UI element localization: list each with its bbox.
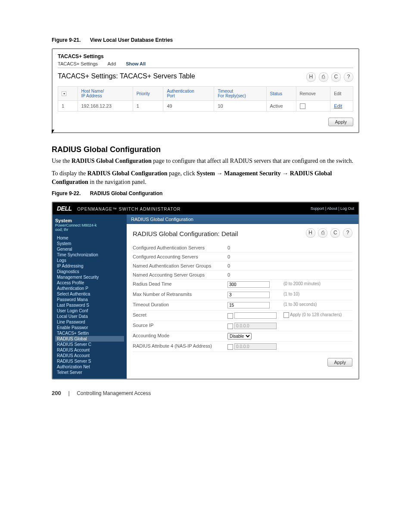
field-label: Radius Dead Time xyxy=(133,281,227,288)
sidebar-item[interactable]: Logs xyxy=(55,258,124,263)
select-input[interactable]: Disable xyxy=(227,333,252,339)
field-value: 0 xyxy=(227,245,283,250)
figure-caption-2: Figure 9-22. RADIUS Global Configuration xyxy=(52,190,359,196)
chapter-title: Controlling Management Access xyxy=(77,390,151,396)
help-icon[interactable]: ? xyxy=(344,72,353,82)
toolbar-icons: H ⎙ C ? xyxy=(305,72,353,82)
checkbox[interactable] xyxy=(227,324,233,329)
footer-sep: | xyxy=(68,390,69,396)
breadcrumb: TACACS+ Settings xyxy=(58,53,353,59)
top-links[interactable]: Support | About | Log Out xyxy=(311,206,354,211)
save-icon[interactable]: H xyxy=(306,72,316,82)
save-icon[interactable]: H xyxy=(306,228,315,238)
sidebar-item[interactable]: RADIUS Global xyxy=(55,336,124,342)
bold-text: System xyxy=(196,170,215,177)
help-icon[interactable]: ? xyxy=(343,228,352,238)
brand-logo: DELL xyxy=(57,205,72,212)
sidebar-item[interactable]: RADIUS Server S xyxy=(55,358,124,364)
text: page to configure that affect all RADIUS… xyxy=(153,158,353,164)
section-heading: RADIUS Global Configuration xyxy=(52,145,359,154)
field-value: Disable xyxy=(227,333,283,339)
remove-checkbox[interactable] xyxy=(300,103,305,109)
field-value xyxy=(227,343,283,350)
brand-subtitle: OPENMANAGE™ SWITCH ADMINISTRATOR xyxy=(77,207,181,212)
sidebar-item[interactable]: Diagnostics xyxy=(55,269,124,274)
text-input[interactable] xyxy=(227,292,270,298)
refresh-icon[interactable]: C xyxy=(330,228,340,238)
arrow: → xyxy=(282,170,290,177)
checkbox[interactable] xyxy=(227,344,233,350)
arrow: → xyxy=(216,170,224,177)
bold-text: RADIUS Global Configuration xyxy=(72,158,152,164)
text-input[interactable] xyxy=(234,323,277,329)
field-hint xyxy=(283,263,352,268)
print-icon[interactable]: ⎙ xyxy=(318,228,327,238)
content-area: RADIUS Global Configuration H ⎙ C ? RADI… xyxy=(127,215,358,379)
sidebar-item[interactable]: Home xyxy=(55,235,124,241)
apply-checkbox[interactable] xyxy=(283,312,289,318)
field-hint xyxy=(283,343,352,350)
sidebar-item[interactable]: Management Security xyxy=(55,274,124,280)
col-status[interactable]: Status xyxy=(270,91,282,96)
sidebar-item[interactable]: Local User Data xyxy=(55,314,124,319)
text-input[interactable] xyxy=(227,281,270,288)
sidebar-item[interactable]: Authorization Net xyxy=(55,364,124,370)
figure-caption-1: Figure 9-21. View Local User Database En… xyxy=(52,37,359,43)
cell-status: Active xyxy=(266,101,296,112)
field-hint xyxy=(283,333,352,339)
field-hint xyxy=(283,254,352,259)
sidebar-item[interactable]: RADIUS Account xyxy=(55,347,124,353)
sidebar-item[interactable]: Line Password xyxy=(55,319,124,325)
field-value: 0 xyxy=(227,272,283,277)
checkbox[interactable] xyxy=(227,313,233,319)
form-row: Source IP xyxy=(133,321,352,331)
sidebar-item[interactable]: Enable Passwor xyxy=(55,325,124,330)
tacacs-screenshot: TACACS+ Settings TACACS+ Settings Add Sh… xyxy=(52,48,359,133)
text-input[interactable] xyxy=(234,312,277,319)
cell-remove[interactable] xyxy=(296,101,330,112)
tacacs-table: ▾ Host Name/ IP Address Priority Authent… xyxy=(58,86,353,112)
text-input[interactable] xyxy=(234,343,277,350)
sidebar-item[interactable]: Select Authentica xyxy=(55,291,124,297)
field-label: RADIUS Attribute 4 (NAS-IP Address) xyxy=(133,343,227,350)
cell-idx: 1 xyxy=(58,101,78,112)
tab-tacacs-settings[interactable]: TACACS+ Settings xyxy=(58,61,98,66)
form-row: RADIUS Attribute 4 (NAS-IP Address) xyxy=(133,342,352,352)
sidebar-item[interactable]: Authentication P xyxy=(55,286,124,291)
form-row: Radius Dead Time(0 to 2000 minutes) xyxy=(133,280,352,290)
text-input[interactable] xyxy=(227,302,270,308)
col-host[interactable]: Host Name/ IP Address xyxy=(81,89,104,98)
refresh-icon[interactable]: C xyxy=(331,72,341,82)
text: Use the xyxy=(52,158,72,164)
edit-link[interactable]: Edit xyxy=(334,103,342,109)
field-value: 0 xyxy=(227,254,283,259)
print-icon[interactable]: ⎙ xyxy=(319,72,328,82)
field-label: Max Number of Retransmits xyxy=(133,292,227,298)
tab-add[interactable]: Add xyxy=(107,61,116,66)
sidebar-item[interactable]: System xyxy=(55,241,124,246)
sidebar-item[interactable]: RADIUS Server C xyxy=(55,342,124,347)
col-priority[interactable]: Priority xyxy=(137,91,150,96)
col-auth-port[interactable]: Authentication Port xyxy=(167,89,194,98)
field-label: Named Accounting Server Groups xyxy=(133,272,227,277)
tab-show-all[interactable]: Show All xyxy=(126,61,146,66)
sidebar-item[interactable]: User Login Conf xyxy=(55,308,124,314)
sidebar-item[interactable]: Password Mana xyxy=(55,297,124,302)
field-hint xyxy=(283,323,352,329)
sidebar-item[interactable]: TACACS+ Settin xyxy=(55,330,124,336)
tab-bar: TACACS+ Settings Add Show All xyxy=(58,61,353,68)
sidebar-item[interactable]: IP Addressing xyxy=(55,263,124,269)
sidebar-item[interactable]: Access Profile xyxy=(55,280,124,286)
sidebar-item[interactable]: Last Password S xyxy=(55,302,124,308)
sidebar-item[interactable]: Time Synchronization xyxy=(55,252,124,258)
apply-button[interactable]: Apply xyxy=(328,118,353,126)
field-label: Named Authentication Server Groups xyxy=(133,263,227,268)
col-expander: ▾ xyxy=(58,87,78,101)
cell-timeout: 10 xyxy=(214,101,266,112)
col-timeout[interactable]: Timeout For Reply(sec) xyxy=(218,89,246,98)
sidebar-item[interactable]: General xyxy=(55,246,124,252)
sidebar-item[interactable]: Telnet Server xyxy=(55,370,124,375)
apply-button-2[interactable]: Apply xyxy=(327,358,352,367)
form-row: Configured Authentication Servers0 xyxy=(133,243,352,252)
sidebar-item[interactable]: RADIUS Account xyxy=(55,353,124,358)
